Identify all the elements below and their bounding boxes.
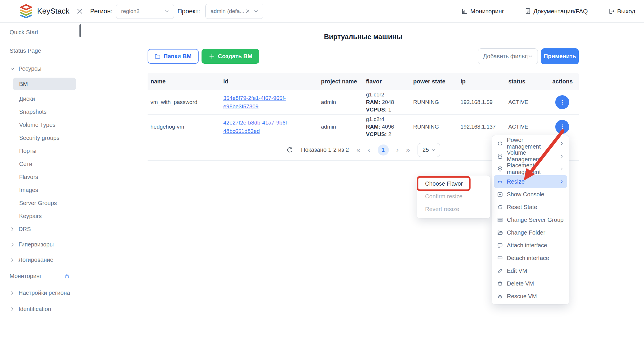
monitoring-link[interactable]: Мониторинг	[461, 8, 504, 15]
menu-item-rescue-vm[interactable]: Rescue VM	[492, 290, 569, 303]
menu-item-reset-state[interactable]: Reset State	[492, 201, 569, 213]
sidebar-group-region-settings[interactable]: Настройки региона	[0, 289, 82, 297]
vm-power-state: RUNNING	[410, 99, 458, 105]
chevron-down-icon	[10, 66, 15, 72]
chevron-right-icon	[559, 167, 564, 171]
docs-link[interactable]: Документация/FAQ	[525, 8, 588, 15]
sidebar-item-disks[interactable]: Диски	[0, 95, 82, 103]
refresh-icon[interactable]	[286, 146, 293, 153]
first-page-button[interactable]: «	[356, 146, 360, 154]
resize-submenu: Choose Flavor Confirm resize Revert resi…	[417, 175, 490, 218]
chevron-right-icon	[10, 257, 15, 263]
sidebar-item-monitoring[interactable]: Мониторинг	[0, 272, 82, 280]
document-icon	[525, 8, 531, 14]
sidebar-item-flavors[interactable]: Flavors	[0, 173, 82, 181]
menu-item-detach-interface[interactable]: Detach interface	[492, 252, 569, 264]
sidebar-close-icon[interactable]	[76, 8, 83, 15]
menu-item-power-management[interactable]: Power management	[492, 137, 569, 150]
pagination-summary: Показано 1-2 из 2	[301, 147, 349, 153]
clear-project-icon[interactable]	[245, 9, 250, 14]
prev-page-button[interactable]: ‹	[368, 146, 370, 154]
sidebar-item-snapshots[interactable]: Snapshots	[0, 108, 82, 116]
menu-item-resize[interactable]: Resize	[494, 175, 567, 188]
detach-interface-icon	[497, 255, 503, 261]
menu-item-change-server-group[interactable]: Change Server Group	[492, 213, 569, 226]
apply-filter-button[interactable]: Применить	[541, 48, 579, 64]
trash-icon	[497, 281, 503, 287]
sidebar-item-ports[interactable]: Порты	[0, 147, 82, 155]
col-header-name: name	[148, 78, 220, 85]
menu-item-placement-management[interactable]: Placement management	[492, 162, 569, 175]
console-icon	[497, 191, 503, 197]
chevron-right-icon	[10, 242, 15, 247]
next-page-button[interactable]: ›	[396, 146, 399, 154]
server-group-icon	[497, 217, 503, 223]
menu-item-volume-management[interactable]: Volume Management	[492, 150, 569, 162]
keystack-app: KeyStack Регион: region2 Проект: admin (…	[0, 0, 644, 342]
page-number-button[interactable]: 1	[378, 145, 389, 156]
chevron-right-icon	[559, 141, 564, 146]
menu-item-attach-interface[interactable]: Attach interface	[492, 239, 569, 252]
bar-chart-icon	[461, 8, 468, 14]
chevron-down-icon	[253, 8, 259, 14]
toolbar: Папки ВМ Создать ВМ Добавить фильтр Прим…	[148, 48, 579, 64]
sidebar-group-identification[interactable]: Identification	[0, 305, 82, 313]
menu-item-show-console[interactable]: Show Console	[492, 188, 569, 201]
menu-item-edit-vm[interactable]: Edit VM	[492, 264, 569, 277]
project-label: Проект:	[177, 8, 200, 15]
filter-area: Добавить фильтр Применить	[478, 48, 579, 64]
vm-id-link[interactable]: 42e27f2e-b8db-41a7-9b6f-48bc651d83ed	[223, 118, 289, 136]
vm-folders-button[interactable]: Папки ВМ	[148, 49, 199, 64]
per-page-select[interactable]: 25	[418, 143, 440, 157]
row-actions-button[interactable]	[555, 120, 569, 134]
vm-power-state: RUNNING	[410, 124, 458, 130]
layers-icon	[497, 293, 503, 299]
vm-id-link[interactable]: 354e8f79-2fe1-4f67-965f-e98be3f57309	[223, 94, 286, 111]
chevron-right-icon	[10, 306, 15, 312]
last-page-button[interactable]: »	[406, 146, 410, 154]
sidebar-item-vm-active[interactable]: ВМ	[13, 78, 76, 90]
submenu-item-choose-flavor[interactable]: Choose Flavor	[417, 177, 490, 190]
sidebar-item-server-groups[interactable]: Server Groups	[0, 199, 82, 207]
vm-status: ACTIVE	[505, 124, 552, 130]
rotate-icon	[497, 204, 503, 210]
vm-ip: 192.168.1.137	[458, 124, 505, 130]
sidebar-item-security-groups[interactable]: Security groups	[0, 134, 82, 142]
chevron-down-icon	[164, 8, 170, 14]
topbar-selectors: Регион: region2 Проект: admin (defa...	[90, 4, 263, 19]
add-filter-select[interactable]: Добавить фильтр	[478, 48, 538, 64]
chevron-right-icon	[10, 226, 15, 232]
vm-flavor: g1.c1r2 RAM: 2048 VCPUS: 1	[363, 91, 410, 114]
vm-actions-menu: Power management Volume Management Place…	[492, 135, 569, 304]
lock-open-icon	[64, 273, 70, 279]
chevron-down-icon	[431, 147, 436, 153]
chevron-down-icon	[527, 53, 534, 59]
sidebar-scrollbar[interactable]	[79, 24, 81, 37]
logout-link[interactable]: Выход	[608, 8, 635, 15]
vm-project: admin	[318, 124, 363, 130]
plus-icon	[208, 53, 215, 60]
sidebar-item-volume-types[interactable]: Volume Types	[0, 121, 82, 129]
col-header-ip: ip	[458, 78, 505, 85]
col-header-actions: actions	[552, 78, 579, 85]
col-header-power: power state	[410, 78, 458, 85]
brand-area: KeyStack	[0, 0, 82, 23]
sidebar-item-quick-start[interactable]: Quick Start	[0, 28, 82, 36]
sidebar-item-networks[interactable]: Сети	[0, 160, 82, 168]
vm-name: vm_with_password	[148, 99, 220, 105]
vm-name: hedgehog-vm	[148, 124, 220, 130]
project-select[interactable]: admin (defa...	[205, 4, 263, 19]
sidebar-group-resources[interactable]: Ресурсы	[0, 65, 82, 72]
sidebar-group-logging[interactable]: Логирование	[0, 256, 82, 264]
region-select[interactable]: region2	[116, 4, 174, 19]
vm-ip: 192.168.1.59	[458, 99, 505, 105]
sidebar-item-status-page[interactable]: Status Page	[0, 47, 82, 54]
row-actions-button[interactable]	[555, 95, 569, 109]
sidebar-group-hypervisors[interactable]: Гипервизоры	[0, 241, 82, 248]
menu-item-change-folder[interactable]: Change Folder	[492, 226, 569, 239]
create-vm-button[interactable]: Создать ВМ	[202, 49, 260, 64]
sidebar-item-images[interactable]: Images	[0, 186, 82, 194]
menu-item-delete-vm[interactable]: Delete VM	[492, 277, 569, 290]
sidebar-group-drs[interactable]: DRS	[0, 225, 82, 233]
sidebar-item-keypairs[interactable]: Keypairs	[0, 212, 82, 220]
